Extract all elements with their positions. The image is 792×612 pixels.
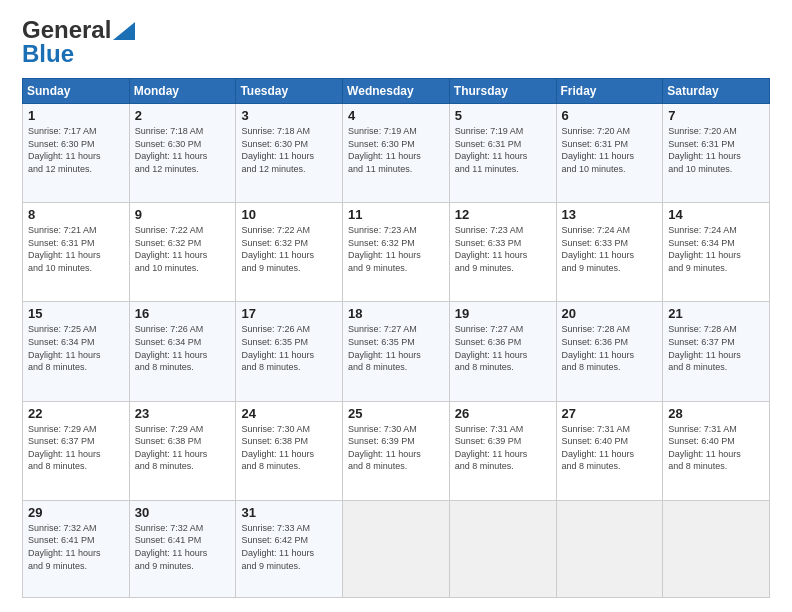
day-info: Sunrise: 7:26 AM Sunset: 6:34 PM Dayligh…: [135, 323, 231, 373]
table-cell: 2Sunrise: 7:18 AM Sunset: 6:30 PM Daylig…: [129, 104, 236, 203]
col-monday: Monday: [129, 79, 236, 104]
day-info: Sunrise: 7:31 AM Sunset: 6:39 PM Dayligh…: [455, 423, 551, 473]
logo-arrow-icon: [113, 22, 135, 40]
svg-marker-0: [113, 22, 135, 40]
day-number: 30: [135, 505, 231, 520]
table-cell: 21Sunrise: 7:28 AM Sunset: 6:37 PM Dayli…: [663, 302, 770, 401]
table-cell: 8Sunrise: 7:21 AM Sunset: 6:31 PM Daylig…: [23, 203, 130, 302]
table-cell: 16Sunrise: 7:26 AM Sunset: 6:34 PM Dayli…: [129, 302, 236, 401]
day-number: 4: [348, 108, 444, 123]
day-info: Sunrise: 7:29 AM Sunset: 6:37 PM Dayligh…: [28, 423, 124, 473]
table-cell: 7Sunrise: 7:20 AM Sunset: 6:31 PM Daylig…: [663, 104, 770, 203]
day-info: Sunrise: 7:27 AM Sunset: 6:36 PM Dayligh…: [455, 323, 551, 373]
day-number: 6: [562, 108, 658, 123]
day-number: 24: [241, 406, 337, 421]
day-number: 17: [241, 306, 337, 321]
table-cell: 22Sunrise: 7:29 AM Sunset: 6:37 PM Dayli…: [23, 401, 130, 500]
col-sunday: Sunday: [23, 79, 130, 104]
table-cell: 20Sunrise: 7:28 AM Sunset: 6:36 PM Dayli…: [556, 302, 663, 401]
day-info: Sunrise: 7:18 AM Sunset: 6:30 PM Dayligh…: [135, 125, 231, 175]
day-number: 14: [668, 207, 764, 222]
table-cell: 6Sunrise: 7:20 AM Sunset: 6:31 PM Daylig…: [556, 104, 663, 203]
day-number: 25: [348, 406, 444, 421]
table-cell: [343, 500, 450, 597]
day-info: Sunrise: 7:19 AM Sunset: 6:31 PM Dayligh…: [455, 125, 551, 175]
day-number: 22: [28, 406, 124, 421]
day-info: Sunrise: 7:17 AM Sunset: 6:30 PM Dayligh…: [28, 125, 124, 175]
day-info: Sunrise: 7:29 AM Sunset: 6:38 PM Dayligh…: [135, 423, 231, 473]
table-cell: 28Sunrise: 7:31 AM Sunset: 6:40 PM Dayli…: [663, 401, 770, 500]
table-cell: 25Sunrise: 7:30 AM Sunset: 6:39 PM Dayli…: [343, 401, 450, 500]
col-wednesday: Wednesday: [343, 79, 450, 104]
day-number: 11: [348, 207, 444, 222]
day-number: 16: [135, 306, 231, 321]
table-cell: 17Sunrise: 7:26 AM Sunset: 6:35 PM Dayli…: [236, 302, 343, 401]
day-number: 18: [348, 306, 444, 321]
day-number: 1: [28, 108, 124, 123]
day-number: 8: [28, 207, 124, 222]
table-cell: 26Sunrise: 7:31 AM Sunset: 6:39 PM Dayli…: [449, 401, 556, 500]
day-info: Sunrise: 7:19 AM Sunset: 6:30 PM Dayligh…: [348, 125, 444, 175]
page: General Blue Sunday Monday Tuesday Wedne…: [0, 0, 792, 612]
day-info: Sunrise: 7:28 AM Sunset: 6:37 PM Dayligh…: [668, 323, 764, 373]
day-number: 9: [135, 207, 231, 222]
day-info: Sunrise: 7:31 AM Sunset: 6:40 PM Dayligh…: [668, 423, 764, 473]
day-info: Sunrise: 7:32 AM Sunset: 6:41 PM Dayligh…: [28, 522, 124, 572]
day-info: Sunrise: 7:20 AM Sunset: 6:31 PM Dayligh…: [562, 125, 658, 175]
day-number: 28: [668, 406, 764, 421]
calendar-table: Sunday Monday Tuesday Wednesday Thursday…: [22, 78, 770, 598]
day-info: Sunrise: 7:24 AM Sunset: 6:33 PM Dayligh…: [562, 224, 658, 274]
day-info: Sunrise: 7:24 AM Sunset: 6:34 PM Dayligh…: [668, 224, 764, 274]
day-info: Sunrise: 7:23 AM Sunset: 6:32 PM Dayligh…: [348, 224, 444, 274]
table-cell: 30Sunrise: 7:32 AM Sunset: 6:41 PM Dayli…: [129, 500, 236, 597]
day-number: 27: [562, 406, 658, 421]
day-info: Sunrise: 7:28 AM Sunset: 6:36 PM Dayligh…: [562, 323, 658, 373]
day-number: 7: [668, 108, 764, 123]
day-number: 2: [135, 108, 231, 123]
day-info: Sunrise: 7:27 AM Sunset: 6:35 PM Dayligh…: [348, 323, 444, 373]
calendar-header-row: Sunday Monday Tuesday Wednesday Thursday…: [23, 79, 770, 104]
table-cell: 27Sunrise: 7:31 AM Sunset: 6:40 PM Dayli…: [556, 401, 663, 500]
day-number: 5: [455, 108, 551, 123]
table-cell: 15Sunrise: 7:25 AM Sunset: 6:34 PM Dayli…: [23, 302, 130, 401]
table-cell: 10Sunrise: 7:22 AM Sunset: 6:32 PM Dayli…: [236, 203, 343, 302]
day-number: 19: [455, 306, 551, 321]
table-cell: 12Sunrise: 7:23 AM Sunset: 6:33 PM Dayli…: [449, 203, 556, 302]
table-cell: 1Sunrise: 7:17 AM Sunset: 6:30 PM Daylig…: [23, 104, 130, 203]
day-info: Sunrise: 7:21 AM Sunset: 6:31 PM Dayligh…: [28, 224, 124, 274]
logo-general: General: [22, 18, 111, 42]
table-cell: 13Sunrise: 7:24 AM Sunset: 6:33 PM Dayli…: [556, 203, 663, 302]
table-cell: 24Sunrise: 7:30 AM Sunset: 6:38 PM Dayli…: [236, 401, 343, 500]
day-number: 15: [28, 306, 124, 321]
table-cell: 3Sunrise: 7:18 AM Sunset: 6:30 PM Daylig…: [236, 104, 343, 203]
table-cell: [556, 500, 663, 597]
day-info: Sunrise: 7:33 AM Sunset: 6:42 PM Dayligh…: [241, 522, 337, 572]
day-number: 13: [562, 207, 658, 222]
day-number: 31: [241, 505, 337, 520]
day-number: 21: [668, 306, 764, 321]
day-number: 10: [241, 207, 337, 222]
day-number: 29: [28, 505, 124, 520]
day-number: 3: [241, 108, 337, 123]
table-cell: 11Sunrise: 7:23 AM Sunset: 6:32 PM Dayli…: [343, 203, 450, 302]
day-info: Sunrise: 7:22 AM Sunset: 6:32 PM Dayligh…: [135, 224, 231, 274]
day-info: Sunrise: 7:23 AM Sunset: 6:33 PM Dayligh…: [455, 224, 551, 274]
day-info: Sunrise: 7:25 AM Sunset: 6:34 PM Dayligh…: [28, 323, 124, 373]
day-info: Sunrise: 7:20 AM Sunset: 6:31 PM Dayligh…: [668, 125, 764, 175]
day-number: 12: [455, 207, 551, 222]
day-info: Sunrise: 7:31 AM Sunset: 6:40 PM Dayligh…: [562, 423, 658, 473]
table-cell: 14Sunrise: 7:24 AM Sunset: 6:34 PM Dayli…: [663, 203, 770, 302]
col-saturday: Saturday: [663, 79, 770, 104]
logo-blue: Blue: [22, 40, 74, 68]
table-cell: [663, 500, 770, 597]
table-cell: 9Sunrise: 7:22 AM Sunset: 6:32 PM Daylig…: [129, 203, 236, 302]
table-cell: 4Sunrise: 7:19 AM Sunset: 6:30 PM Daylig…: [343, 104, 450, 203]
day-info: Sunrise: 7:22 AM Sunset: 6:32 PM Dayligh…: [241, 224, 337, 274]
header: General Blue: [22, 18, 770, 68]
day-info: Sunrise: 7:32 AM Sunset: 6:41 PM Dayligh…: [135, 522, 231, 572]
day-info: Sunrise: 7:18 AM Sunset: 6:30 PM Dayligh…: [241, 125, 337, 175]
table-cell: 31Sunrise: 7:33 AM Sunset: 6:42 PM Dayli…: [236, 500, 343, 597]
day-number: 20: [562, 306, 658, 321]
table-cell: 18Sunrise: 7:27 AM Sunset: 6:35 PM Dayli…: [343, 302, 450, 401]
table-cell: 23Sunrise: 7:29 AM Sunset: 6:38 PM Dayli…: [129, 401, 236, 500]
